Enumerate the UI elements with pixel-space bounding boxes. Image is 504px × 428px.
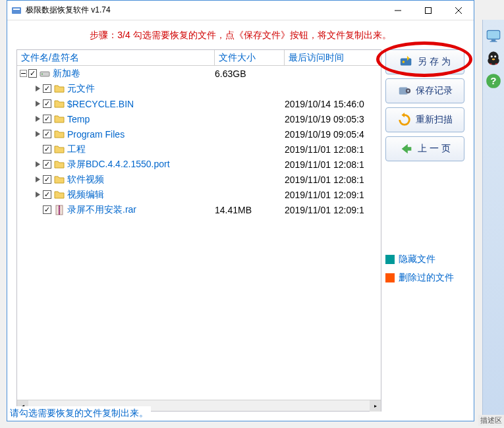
folder-icon bbox=[54, 84, 65, 94]
file-name: 录屏BDC.4.4.2.1550.port bbox=[67, 159, 170, 171]
window-title: 极限数据恢复软件 v1.74 bbox=[26, 5, 383, 16]
folder-icon bbox=[54, 144, 65, 155]
file-size: 14.41MB bbox=[215, 205, 285, 215]
expand-icon[interactable] bbox=[34, 130, 42, 138]
expand-icon[interactable] bbox=[34, 176, 42, 183]
qq-icon[interactable] bbox=[485, 50, 502, 67]
svg-marker-22 bbox=[36, 116, 40, 122]
folder-icon bbox=[54, 159, 65, 170]
file-atime: 2019/10/19 09:05:4 bbox=[285, 129, 381, 140]
tree-row[interactable]: $RECYCLE.BIN2019/10/14 15:46:0 bbox=[17, 96, 381, 111]
close-button[interactable] bbox=[443, 1, 474, 20]
tree-row[interactable]: 工程2019/11/01 12:08:1 bbox=[17, 142, 381, 157]
file-atime: 2019/10/14 15:46:0 bbox=[285, 99, 381, 109]
column-name[interactable]: 文件名/盘符名 bbox=[17, 50, 215, 65]
svg-point-35 bbox=[403, 61, 405, 63]
file-atime: 2019/11/01 12:08:1 bbox=[285, 174, 381, 185]
tree-row[interactable]: 视频编辑2019/11/01 12:09:1 bbox=[17, 187, 381, 202]
svg-point-5 bbox=[491, 55, 493, 57]
file-name: 视频编辑 bbox=[67, 189, 104, 201]
expand-icon[interactable] bbox=[34, 85, 42, 92]
save-record-label: 保存记录 bbox=[416, 85, 453, 97]
column-atime[interactable]: 最后访问时间 bbox=[285, 50, 381, 65]
tree-body[interactable]: 新加卷6.63GB元文件$RECYCLE.BIN2019/10/14 15:46… bbox=[17, 66, 381, 400]
svg-rect-10 bbox=[12, 7, 21, 14]
file-name: 新加卷 bbox=[53, 68, 80, 80]
svg-point-19 bbox=[42, 73, 43, 74]
maximize-button[interactable] bbox=[413, 1, 443, 20]
save-record-icon bbox=[397, 84, 412, 98]
folder-icon bbox=[54, 174, 65, 185]
file-name: $RECYCLE.BIN bbox=[67, 99, 134, 109]
tree-row[interactable]: 软件视频2019/11/01 12:08:1 bbox=[17, 172, 381, 187]
legend-hidden: 隐藏文件 bbox=[385, 254, 464, 265]
svg-rect-0 bbox=[487, 30, 500, 39]
checkbox[interactable] bbox=[43, 115, 51, 123]
tree-row[interactable]: 录屏BDC.4.4.2.1550.port2019/11/01 12:08:1 bbox=[17, 157, 381, 172]
rescan-button[interactable]: 重新扫描 bbox=[385, 107, 464, 132]
svg-marker-23 bbox=[36, 131, 40, 137]
instruction-text: 步骤：3/4 勾选需要恢复的文件，点《保存文件》按钮，将文件复制出来。 bbox=[7, 20, 474, 49]
svg-marker-21 bbox=[36, 101, 40, 107]
column-size[interactable]: 文件大小 bbox=[215, 50, 285, 65]
svg-rect-1 bbox=[491, 40, 496, 41]
tree-row[interactable]: Temp2019/10/19 09:05:3 bbox=[17, 111, 381, 126]
collapse-icon[interactable] bbox=[20, 70, 27, 77]
folder-icon bbox=[54, 129, 65, 140]
expand-icon[interactable] bbox=[34, 100, 42, 107]
file-atime: 2019/11/01 12:09:1 bbox=[285, 190, 381, 200]
scroll-right-arrow[interactable]: ▸ bbox=[370, 400, 381, 412]
svg-marker-24 bbox=[36, 161, 40, 167]
checkbox[interactable] bbox=[43, 84, 51, 93]
file-size: 6.63GB bbox=[215, 68, 285, 79]
rescan-icon bbox=[397, 113, 412, 127]
minimize-button[interactable] bbox=[383, 1, 413, 20]
save-as-button[interactable]: 另 存 为 bbox=[385, 49, 464, 74]
expand-icon[interactable] bbox=[34, 115, 42, 122]
rar-icon bbox=[54, 205, 65, 215]
monitor-icon[interactable] bbox=[485, 28, 502, 45]
file-atime: 2019/11/01 12:09:1 bbox=[285, 205, 381, 215]
tree-row[interactable]: 新加卷6.63GB bbox=[17, 66, 381, 81]
side-panel: 另 存 为 保存记录 重新扫描 上 一 页 隐藏文件 bbox=[385, 49, 464, 412]
file-atime: 2019/10/19 09:05:3 bbox=[285, 114, 381, 124]
checkbox[interactable] bbox=[43, 160, 51, 169]
help-icon[interactable]: ? bbox=[485, 72, 502, 90]
expander-none bbox=[34, 146, 42, 153]
file-name: Program Files bbox=[67, 129, 125, 140]
file-name: 录屏不用安装.rar bbox=[67, 204, 136, 216]
tree-row[interactable]: Program Files2019/10/19 09:05:4 bbox=[17, 126, 381, 142]
expand-icon[interactable] bbox=[34, 191, 42, 198]
swatch-orange bbox=[385, 273, 395, 282]
checkbox[interactable] bbox=[43, 99, 51, 108]
file-atime: 2019/11/01 12:08:1 bbox=[285, 144, 381, 155]
svg-rect-31 bbox=[58, 211, 61, 211]
checkbox[interactable] bbox=[43, 175, 51, 184]
checkbox[interactable] bbox=[43, 190, 51, 199]
file-name: 软件视频 bbox=[67, 174, 104, 186]
save-record-button[interactable]: 保存记录 bbox=[385, 78, 464, 103]
checkbox[interactable] bbox=[43, 205, 51, 214]
expand-icon[interactable] bbox=[34, 161, 42, 168]
save-as-label: 另 存 为 bbox=[418, 56, 451, 68]
save-as-icon bbox=[399, 55, 414, 69]
status-bar: 请勾选需要恢复的文件复制出来。 bbox=[7, 406, 151, 421]
checkbox[interactable] bbox=[28, 69, 37, 78]
svg-rect-13 bbox=[426, 7, 432, 13]
file-name: 工程 bbox=[67, 144, 86, 155]
svg-marker-26 bbox=[36, 192, 40, 198]
checkbox[interactable] bbox=[43, 130, 51, 138]
tree-row[interactable]: 元文件 bbox=[17, 81, 381, 96]
folder-icon bbox=[54, 99, 65, 109]
checkbox[interactable] bbox=[43, 145, 51, 153]
svg-rect-30 bbox=[58, 209, 61, 209]
titlebar: 极限数据恢复软件 v1.74 bbox=[7, 1, 474, 20]
svg-rect-33 bbox=[401, 59, 412, 66]
prev-page-button[interactable]: 上 一 页 bbox=[385, 136, 464, 161]
tree-row[interactable]: 录屏不用安装.rar14.41MB2019/11/01 12:09:1 bbox=[17, 202, 381, 217]
svg-point-6 bbox=[494, 55, 496, 57]
file-name: 元文件 bbox=[67, 83, 95, 95]
svg-rect-11 bbox=[13, 9, 20, 10]
swatch-teal bbox=[385, 255, 395, 264]
svg-point-38 bbox=[407, 90, 409, 92]
